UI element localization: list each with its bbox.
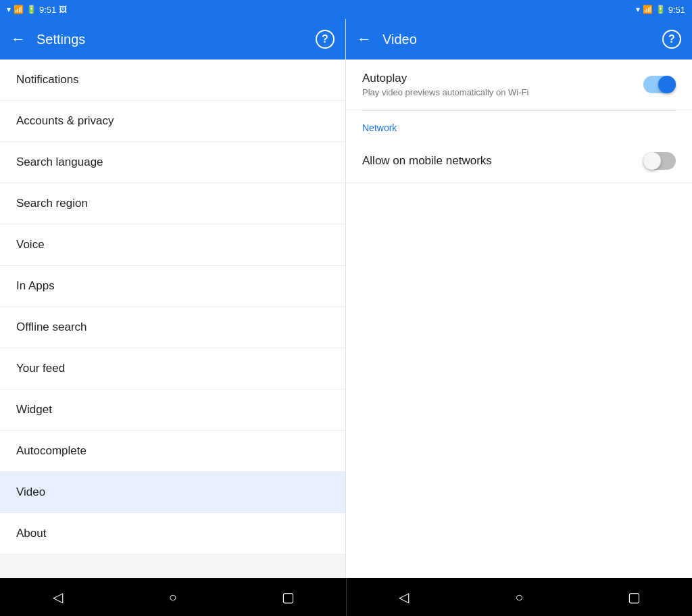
right-toolbar: ← Video ?: [346, 19, 692, 60]
home-icon-left: ○: [169, 590, 177, 605]
left-panel: ← Settings ? Notifications Accounts & pr…: [0, 19, 346, 578]
autoplay-title: Autoplay: [362, 72, 528, 85]
back-icon-right: ◁: [399, 589, 409, 605]
autoplay-toggle[interactable]: [643, 75, 676, 94]
allow-mobile-toggle-thumb: [643, 152, 661, 170]
signal-icon-right: 📶: [643, 5, 653, 14]
nav-item-search-language[interactable]: Search language: [0, 142, 345, 183]
nav-item-video[interactable]: Video: [0, 472, 345, 513]
wifi-icon-left: ▾: [7, 5, 11, 14]
allow-mobile-toggle[interactable]: [643, 151, 676, 170]
photo-icon-left: 🖼: [59, 5, 67, 14]
recent-button-right[interactable]: ▢: [621, 584, 648, 611]
signal-icon-left: 📶: [14, 5, 24, 14]
right-toolbar-title: Video: [382, 32, 651, 47]
network-section-header: Network: [346, 111, 692, 139]
back-button-left[interactable]: ◁: [44, 584, 71, 611]
right-help-icon: ?: [668, 33, 675, 45]
left-help-icon: ?: [322, 33, 328, 45]
nav-item-in-apps[interactable]: In Apps: [0, 266, 345, 307]
nav-item-notifications[interactable]: Notifications: [0, 60, 345, 101]
battery-icon-right: 🔋: [656, 5, 666, 14]
status-bar: ▾ 📶 🔋 9:51 🖼 ▾ 📶 🔋 9:51: [0, 0, 692, 19]
recent-icon-right: ▢: [628, 589, 641, 605]
status-bar-right: ▾ 📶 🔋 9:51: [636, 5, 685, 15]
status-time-left: 9:51: [39, 5, 56, 15]
right-panel: ← Video ? Autoplay Play video previews a…: [346, 19, 692, 578]
right-content: Autoplay Play video previews automatical…: [346, 60, 692, 578]
bottom-nav-bar: ◁ ○ ▢ ◁ ○ ▢: [0, 578, 692, 616]
allow-mobile-text: Allow on mobile networks: [362, 154, 492, 168]
nav-item-voice[interactable]: Voice: [0, 224, 345, 266]
battery-icon-left: 🔋: [26, 5, 36, 14]
main-container: ← Settings ? Notifications Accounts & pr…: [0, 19, 692, 578]
nav-item-widget[interactable]: Widget: [0, 389, 345, 431]
left-toolbar: ← Settings ?: [0, 19, 345, 60]
bottom-nav-right: ◁ ○ ▢: [347, 578, 693, 616]
nav-item-about[interactable]: About: [0, 513, 345, 554]
nav-item-autocomplete[interactable]: Autocomplete: [0, 431, 345, 472]
autoplay-subtitle: Play video previews automatically on Wi-…: [362, 87, 528, 97]
back-button-right[interactable]: ◁: [391, 584, 418, 611]
recent-icon-left: ▢: [282, 589, 295, 605]
recent-button-left[interactable]: ▢: [274, 584, 301, 611]
home-icon-right: ○: [515, 590, 523, 605]
home-button-right[interactable]: ○: [505, 584, 533, 611]
nav-item-search-region[interactable]: Search region: [0, 183, 345, 224]
status-time-right: 9:51: [668, 5, 685, 15]
allow-mobile-title: Allow on mobile networks: [362, 154, 492, 168]
home-button-left[interactable]: ○: [159, 584, 187, 611]
settings-nav-list: Notifications Accounts & privacy Search …: [0, 60, 345, 578]
nav-item-your-feed[interactable]: Your feed: [0, 348, 345, 389]
back-icon-left: ◁: [53, 589, 63, 605]
status-bar-left: ▾ 📶 🔋 9:51 🖼: [7, 5, 67, 15]
left-back-button[interactable]: ←: [11, 30, 26, 48]
autoplay-text: Autoplay Play video previews automatical…: [362, 72, 528, 97]
nav-item-offline-search[interactable]: Offline search: [0, 307, 345, 348]
left-help-button[interactable]: ?: [316, 30, 335, 49]
nav-item-accounts-privacy[interactable]: Accounts & privacy: [0, 101, 345, 142]
right-back-button[interactable]: ←: [357, 30, 372, 48]
autoplay-toggle-thumb: [658, 76, 676, 93]
left-toolbar-title: Settings: [36, 32, 305, 47]
bottom-nav-left: ◁ ○ ▢: [0, 578, 347, 616]
wifi-icon-right: ▾: [636, 5, 640, 14]
autoplay-setting[interactable]: Autoplay Play video previews automatical…: [346, 60, 692, 110]
right-help-button[interactable]: ?: [662, 30, 681, 49]
network-header-text: Network: [362, 122, 397, 133]
allow-mobile-setting[interactable]: Allow on mobile networks: [346, 139, 692, 183]
